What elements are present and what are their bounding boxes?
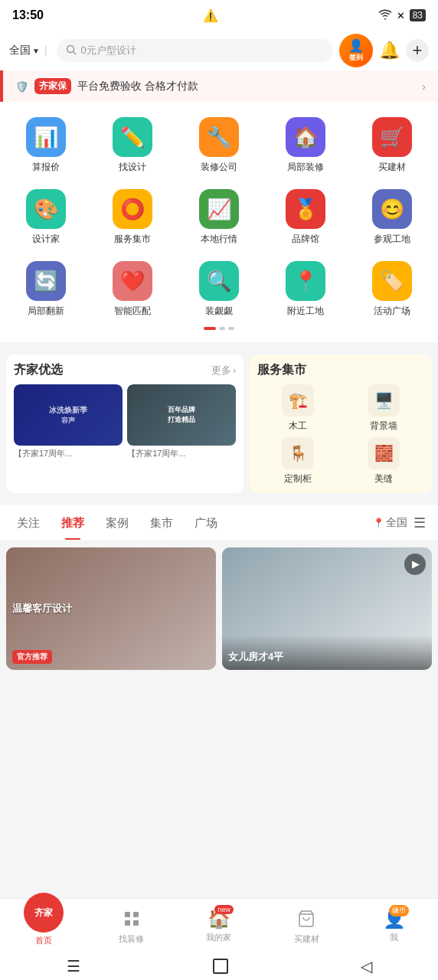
svg-rect-2 [125, 912, 130, 917]
bottom-nav: 齐家 首页 找装修 🏠 new 我的家 买建材 👤 赚币 我 [0, 898, 438, 952]
sign-label: 签到 [349, 53, 363, 63]
qijia-banner[interactable]: 🛡️ 齐家保 平台免费验收 合格才付款 › [0, 70, 438, 102]
icon-designer[interactable]: 🎨 设计家 [6, 186, 87, 249]
feed-item-1[interactable]: 温馨客厅设计 官方推荐 [6, 547, 216, 670]
banner-text: 平台免费验收 合格才付款 [77, 80, 198, 93]
product-grid: 冰洗焕新季 容声 【齐家17周年... 百年品牌 打造精品 【齐家17周年... [14, 384, 236, 459]
sign-in-button[interactable]: 👤 签到 [339, 34, 373, 67]
wifi-icon [378, 9, 392, 22]
smart-match-label: 智能匹配 [114, 305, 151, 318]
brand-hall-label: 品牌馆 [292, 233, 319, 246]
tab-case[interactable]: 案例 [95, 507, 139, 540]
nav-me[interactable]: 👤 赚币 我 [371, 908, 417, 943]
product-img-1: 冰洗焕新季 容声 [14, 384, 123, 446]
status-bar: 13:50 ⚠️ ✕ 83 [0, 0, 438, 31]
carpenter-label: 木工 [289, 420, 307, 433]
service-item-carpenter[interactable]: 🏗️ 木工 [257, 384, 338, 433]
notification-icon[interactable]: 🔔 [379, 41, 400, 60]
tab-follow[interactable]: 关注 [6, 507, 51, 540]
product-img-2: 百年品牌 打造精品 [127, 384, 236, 446]
search-placeholder: 0元户型设计 [81, 44, 136, 57]
nearby-icon: 📍 [286, 261, 325, 301]
icon-nearby[interactable]: 📍 附近工地 [265, 258, 345, 321]
bgwall-icon: 🖥️ [368, 384, 400, 416]
system-menu-icon[interactable]: ☰ [67, 957, 80, 975]
tab-market[interactable]: 集市 [139, 507, 184, 540]
buy-material-nav-icon [294, 906, 319, 931]
icon-partial[interactable]: 🏠 局部装修 [265, 114, 345, 177]
battery-icon: 83 [410, 9, 426, 21]
icon-renovate[interactable]: 🔄 局部翻新 [6, 258, 87, 321]
shield-icon: 🛡️ [15, 80, 28, 93]
feed-img-2: ▶ 女儿房才4平 [222, 547, 432, 670]
play-button[interactable]: ▶ [404, 554, 426, 575]
service-market-card: 服务集市 🏗️ 木工 🖥️ 背景墙 🪑 定制柜 🧱 美缝 [250, 354, 432, 493]
add-icon[interactable]: + [406, 39, 429, 62]
system-home-icon[interactable] [213, 959, 228, 974]
company-icon: 🔧 [199, 117, 239, 157]
service-item-cabinet[interactable]: 🪑 定制柜 [257, 437, 338, 485]
feed-item-2[interactable]: ▶ 女儿房才4平 [222, 547, 432, 670]
icon-section: 📊 算报价 ✏️ 找设计 🔧 装修公司 🏠 局部装修 🛒 买建 [0, 102, 438, 342]
overlay-text: 女儿房才4平 [222, 635, 432, 670]
brand-hall-icon: 🏅 [286, 189, 325, 229]
qijia-logo: 齐家保 [34, 78, 71, 94]
service-item-bgwall[interactable]: 🖥️ 背景墙 [343, 384, 424, 433]
local-info-label: 本地行情 [201, 233, 237, 246]
nav-buy-material[interactable]: 买建材 [283, 906, 329, 945]
cabinet-label: 定制柜 [284, 472, 312, 485]
search-bar[interactable]: 0元户型设计 [57, 39, 333, 62]
svg-point-0 [67, 45, 74, 52]
icon-brand-hall[interactable]: 🏅 品牌馆 [265, 186, 345, 249]
system-nav: ☰ ◁ [0, 952, 438, 980]
nav-home[interactable]: 齐家 首页 [21, 905, 67, 946]
carpenter-icon: 🏗️ [282, 384, 314, 416]
pagination-dots [0, 321, 438, 336]
product-item-2[interactable]: 百年品牌 打造精品 【齐家17周年... [127, 384, 236, 459]
system-back-icon[interactable]: ◁ [361, 957, 372, 975]
location-button[interactable]: 全国 ▼ | [9, 44, 51, 57]
visit-site-label: 参观工地 [374, 233, 410, 246]
chevron-down-icon: ▼ [32, 47, 40, 55]
tab-recommend[interactable]: 推荐 [51, 507, 95, 540]
icon-look[interactable]: 🔍 装觑觑 [179, 258, 260, 321]
icon-calc[interactable]: 📊 算报价 [6, 114, 87, 177]
nav-myhome[interactable]: 🏠 new 我的家 [196, 908, 242, 943]
icon-buy-material[interactable]: 🛒 买建材 [351, 114, 432, 177]
nav-find-renovation[interactable]: 找装修 [109, 906, 155, 945]
icon-service-market[interactable]: ⭕ 服务集市 [93, 186, 173, 249]
banner-arrow: › [422, 80, 426, 93]
status-alert-icon: ⚠️ [203, 8, 218, 23]
product-item-1[interactable]: 冰洗焕新季 容声 【齐家17周年... [14, 384, 123, 459]
renovate-label: 局部翻新 [28, 305, 64, 318]
youxuan-more-link[interactable]: 更多 › [211, 364, 236, 377]
chevron-right-icon: › [233, 364, 236, 376]
svg-line-1 [73, 51, 76, 54]
icon-design[interactable]: ✏️ 找设计 [93, 114, 173, 177]
status-time: 13:50 [12, 8, 44, 22]
buy-material-icon: 🛒 [372, 117, 412, 157]
location-filter[interactable]: 📍 全国 [373, 516, 407, 530]
tab-square[interactable]: 广场 [184, 507, 228, 540]
service-item-grout[interactable]: 🧱 美缝 [343, 437, 424, 485]
youxuan-title: 齐家优选 [14, 362, 63, 378]
content-row: 齐家优选 更多 › 冰洗焕新季 容声 【齐家17周年... 百年品牌 [0, 348, 438, 499]
me-icon-wrap: 👤 赚币 [383, 908, 406, 929]
menu-icon[interactable]: ☰ [407, 505, 432, 541]
icon-smart-match[interactable]: ❤️ 智能匹配 [93, 258, 173, 321]
avatar-icon: 👤 [348, 38, 364, 53]
look-label: 装觑觑 [205, 305, 233, 318]
smart-match-icon: ❤️ [113, 261, 152, 301]
icon-activity[interactable]: 🏷️ 活动广场 [351, 258, 432, 321]
icon-local-info[interactable]: 📈 本地行情 [179, 186, 260, 249]
nav-myhome-label: 我的家 [206, 932, 231, 943]
company-label: 装修公司 [201, 161, 237, 174]
visit-site-icon: 😊 [372, 189, 412, 229]
icon-company[interactable]: 🔧 装修公司 [179, 114, 260, 177]
feed-img-1: 温馨客厅设计 官方推荐 [6, 547, 216, 670]
dot-active [204, 327, 216, 330]
x-icon: ✕ [397, 10, 405, 21]
cabinet-icon: 🪑 [282, 437, 314, 469]
nav-me-label: 我 [390, 932, 398, 943]
icon-visit-site[interactable]: 😊 参观工地 [351, 186, 432, 249]
